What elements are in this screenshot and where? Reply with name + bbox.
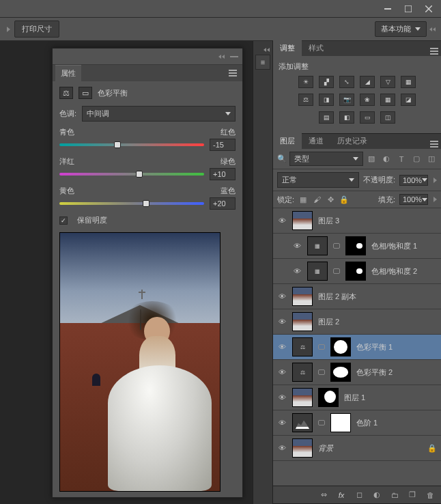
filter-type-select[interactable]: 类型	[289, 152, 363, 166]
layer-mask-thumbnail[interactable]	[330, 363, 351, 382]
filter-smart-icon[interactable]: ◫	[426, 154, 437, 164]
visibility-toggle[interactable]: 👁	[277, 418, 287, 428]
balance-icon[interactable]: ⚖	[298, 94, 313, 106]
link-icon[interactable]	[333, 268, 340, 274]
layer-name[interactable]: 色相/饱和度 2	[371, 266, 437, 277]
layer-thumbnail[interactable]	[292, 312, 313, 331]
lookup-icon[interactable]: ▦	[380, 94, 395, 106]
lock-all-icon[interactable]: 🔒	[339, 195, 349, 204]
filter-type-icon[interactable]: T	[396, 154, 407, 164]
slider-value-input[interactable]: +10	[210, 168, 236, 180]
vibrance-icon[interactable]: ▽	[380, 76, 395, 88]
layer-name[interactable]: 图层 2	[318, 317, 437, 327]
visibility-toggle[interactable]: 👁	[277, 393, 287, 402]
layer-mask-thumbnail[interactable]	[345, 236, 366, 255]
layer-row[interactable]: 👁 图层 1	[273, 385, 441, 410]
layer-thumbnail[interactable]	[292, 438, 313, 458]
adjustment-thumbnail[interactable]: ⚖	[292, 363, 313, 382]
layer-mask-icon[interactable]: ◻	[354, 490, 365, 501]
gradient-map-icon[interactable]: ▭	[360, 111, 375, 124]
layer-name[interactable]: 图层 3	[318, 216, 437, 226]
collapse-icon[interactable]	[218, 55, 225, 59]
link-icon[interactable]	[333, 243, 340, 249]
slider-value-input[interactable]: +20	[210, 197, 236, 210]
layer-name[interactable]: 色彩平衡 2	[356, 367, 437, 378]
visibility-toggle[interactable]: 👁	[277, 367, 287, 377]
channels-tab[interactable]: 通道	[302, 133, 330, 149]
layer-name[interactable]: 色相/饱和度 1	[371, 241, 437, 251]
maximize-button[interactable]	[399, 3, 418, 15]
mixer-icon[interactable]: ❀	[360, 94, 375, 106]
visibility-toggle[interactable]: 👁	[277, 216, 287, 225]
visibility-toggle[interactable]: 👁	[277, 443, 287, 453]
delete-layer-icon[interactable]: 🗑	[425, 490, 436, 501]
layer-name[interactable]: 图层 1	[344, 393, 437, 403]
layers-tab[interactable]: 图层	[273, 133, 302, 149]
layer-row[interactable]: 👁 图层 2	[273, 309, 441, 335]
link-icon[interactable]	[318, 369, 325, 375]
close-button[interactable]	[419, 3, 438, 15]
minimize-button[interactable]	[378, 3, 397, 15]
levels-icon[interactable]: ▞	[319, 76, 334, 88]
layer-fx-icon[interactable]: fx	[336, 490, 347, 501]
preserve-luminosity-checkbox[interactable]	[59, 216, 68, 225]
visibility-toggle[interactable]: 👁	[277, 317, 287, 326]
color-slider[interactable]	[59, 200, 204, 207]
layer-thumbnail[interactable]	[292, 287, 313, 306]
adjustment-thumbnail[interactable]	[292, 413, 313, 432]
lock-transparency-icon[interactable]: ▦	[298, 195, 308, 204]
curves-icon[interactable]: ⤡	[339, 76, 354, 88]
layer-thumbnail[interactable]	[292, 388, 313, 407]
panel-menu-button[interactable]	[427, 139, 441, 149]
layer-row[interactable]: 👁 图层 2 副本	[273, 284, 441, 309]
layer-mask-thumbnail[interactable]	[345, 262, 366, 281]
layer-name[interactable]: 色阶 1	[356, 418, 437, 428]
link-icon[interactable]	[318, 344, 325, 350]
workspace-dropdown[interactable]: 基本功能	[375, 21, 427, 37]
adjustment-thumbnail[interactable]: ⚖	[292, 337, 313, 356]
strip-button[interactable]: ≡	[255, 55, 270, 70]
bw-icon[interactable]: ◨	[319, 94, 334, 106]
selective-icon[interactable]: ◫	[380, 111, 395, 124]
properties-tab[interactable]: 属性	[55, 65, 81, 81]
posterize-icon[interactable]: ▤	[319, 111, 334, 124]
layer-row[interactable]: 👁 ⚖ 色彩平衡 1	[273, 335, 441, 360]
fill-input[interactable]: 100%	[399, 194, 428, 205]
layer-row[interactable]: 👁 背景 🔒	[273, 436, 441, 461]
invert-icon[interactable]: ◪	[401, 94, 416, 106]
adjustment-thumbnail[interactable]: ▦	[307, 236, 328, 255]
visibility-toggle[interactable]: 👁	[292, 241, 302, 251]
layer-mask-thumbnail[interactable]	[318, 388, 339, 407]
layer-row[interactable]: 👁 图层 3	[273, 208, 441, 234]
link-layers-icon[interactable]: ⇔	[318, 490, 329, 501]
photo-filter-icon[interactable]: 📷	[339, 94, 354, 106]
visibility-toggle[interactable]: 👁	[292, 266, 302, 276]
tone-select[interactable]: 中间调	[82, 106, 236, 122]
layer-row[interactable]: 👁 色阶 1	[273, 410, 441, 436]
adjustments-tab[interactable]: 调整	[273, 40, 302, 56]
brightness-icon[interactable]: ☀	[298, 76, 313, 88]
layer-name[interactable]: 色彩平衡 1	[356, 342, 437, 352]
lock-pixels-icon[interactable]: 🖌	[312, 195, 322, 204]
panel-minimize-icon[interactable]	[230, 56, 238, 57]
exposure-icon[interactable]: ◢	[360, 76, 375, 88]
color-slider[interactable]	[59, 171, 204, 178]
color-slider[interactable]	[59, 141, 204, 148]
panel-menu-button[interactable]	[427, 46, 441, 56]
collapse-panels-button[interactable]	[429, 27, 436, 31]
layer-row[interactable]: 👁 ▦ 色相/饱和度 1	[273, 234, 441, 259]
styles-tab[interactable]: 样式	[302, 40, 330, 56]
layer-mask-thumbnail[interactable]	[330, 413, 351, 432]
opacity-input[interactable]: 100%	[399, 175, 428, 186]
filter-adjust-icon[interactable]: ◐	[381, 154, 392, 164]
new-fill-icon[interactable]: ◐	[371, 490, 382, 501]
threshold-icon[interactable]: ◧	[339, 111, 354, 124]
layer-mask-thumbnail[interactable]	[330, 337, 351, 356]
layer-row[interactable]: 👁 ⚖ 色彩平衡 2	[273, 360, 441, 385]
new-layer-icon[interactable]: ❐	[407, 490, 418, 501]
slider-value-input[interactable]: -15	[210, 139, 236, 151]
history-tab[interactable]: 历史记录	[330, 133, 374, 149]
new-group-icon[interactable]: 🗀	[389, 490, 400, 501]
visibility-toggle[interactable]: 👁	[277, 292, 287, 301]
layer-name[interactable]: 图层 2 副本	[318, 292, 437, 302]
